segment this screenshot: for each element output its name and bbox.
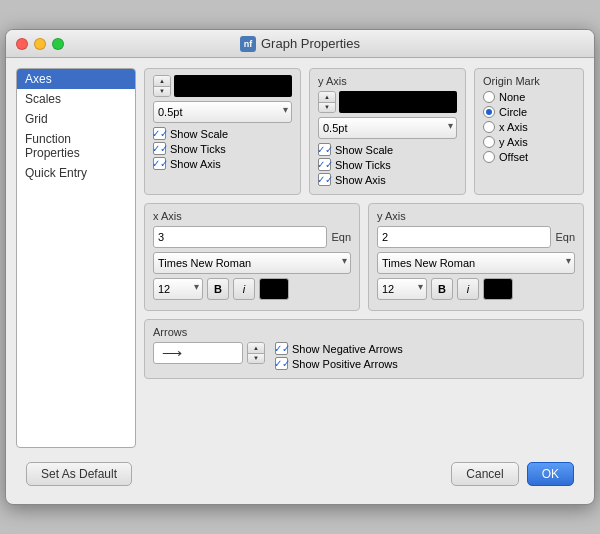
- y-axis-font-dropdown[interactable]: Times New Roman: [377, 252, 575, 274]
- x-axis-show-scale-label: Show Scale: [170, 128, 228, 140]
- x-axis-value-input[interactable]: [153, 226, 327, 248]
- sidebar-item-grid[interactable]: Grid: [17, 109, 135, 129]
- set-as-default-button[interactable]: Set As Default: [26, 462, 132, 486]
- y-axis-line-preview: [339, 91, 457, 113]
- arrow-stepper[interactable]: ▲ ▼: [247, 342, 265, 364]
- sidebar: Axes Scales Grid Function Properties Qui…: [16, 68, 136, 448]
- y-axis-show-ticks-row: ✓ Show Ticks: [318, 158, 457, 171]
- sidebar-item-quick-entry[interactable]: Quick Entry: [17, 163, 135, 183]
- sidebar-item-scales[interactable]: Scales: [17, 89, 135, 109]
- y-axis-show-axis-checkbox[interactable]: ✓: [318, 173, 331, 186]
- x-axis-show-scale-row: ✓ Show Scale: [153, 127, 292, 140]
- x-axis-show-axis-row: ✓ Show Axis: [153, 157, 292, 170]
- x-axis-show-ticks-checkbox[interactable]: ✓: [153, 142, 166, 155]
- main-area: Axes Scales Grid Function Properties Qui…: [16, 68, 584, 448]
- ok-button[interactable]: OK: [527, 462, 574, 486]
- origin-xaxis-label: x Axis: [499, 121, 528, 133]
- y-axis-font-style-row: 12 B i: [377, 278, 575, 300]
- y-axis-bold-button[interactable]: B: [431, 278, 453, 300]
- x-axis-show-scale-checkbox[interactable]: ✓: [153, 127, 166, 140]
- y-axis-show-axis-row: ✓ Show Axis: [318, 173, 457, 186]
- x-axis-stepper[interactable]: ▲ ▼: [153, 75, 171, 97]
- show-positive-arrows-checkbox[interactable]: ✓: [275, 357, 288, 370]
- arrows-checkboxes: ✓ Show Negative Arrows ✓ Show Positive A…: [275, 342, 403, 372]
- show-negative-arrows-checkbox[interactable]: ✓: [275, 342, 288, 355]
- x-axis-stepper-up[interactable]: ▲: [154, 76, 170, 87]
- sidebar-item-function-properties[interactable]: Function Properties: [17, 129, 135, 163]
- show-negative-arrows-row: ✓ Show Negative Arrows: [275, 342, 403, 355]
- x-axis-color-swatch[interactable]: [259, 278, 289, 300]
- y-axis-size-select: 0.5pt: [318, 117, 457, 139]
- show-positive-arrows-label: Show Positive Arrows: [292, 358, 398, 370]
- maximize-button[interactable]: [52, 38, 64, 50]
- y-axis-show-scale-checkbox[interactable]: ✓: [318, 143, 331, 156]
- x-axis-font-dropdown[interactable]: Times New Roman: [153, 252, 351, 274]
- x-axis-size-select: 0.5pt: [153, 101, 292, 123]
- y-axis-stepper-up[interactable]: ▲: [319, 92, 335, 103]
- y-axis-section: y Axis ▲ ▼ 0.5pt: [309, 68, 466, 195]
- arrow-stepper-down[interactable]: ▼: [248, 354, 264, 364]
- x-axis-font-style-row: 12 B i: [153, 278, 351, 300]
- origin-yaxis-radio[interactable]: [483, 136, 495, 148]
- origin-none-radio[interactable]: [483, 91, 495, 103]
- y-axis-font-size-dropdown[interactable]: 12: [377, 278, 427, 300]
- y-axis-show-axis-label: Show Axis: [335, 174, 386, 186]
- x-axis-show-ticks-label: Show Ticks: [170, 143, 226, 155]
- y-axis-show-scale-label: Show Scale: [335, 144, 393, 156]
- traffic-lights: [16, 38, 64, 50]
- y-axis-show-ticks-checkbox[interactable]: ✓: [318, 158, 331, 171]
- y-axis-font-box: y Axis Eqn Times New Roman: [368, 203, 584, 311]
- close-button[interactable]: [16, 38, 28, 50]
- x-axis-size-dropdown[interactable]: 0.5pt: [153, 101, 292, 123]
- x-axis-show-axis-checkbox[interactable]: ✓: [153, 157, 166, 170]
- origin-xaxis-radio[interactable]: [483, 121, 495, 133]
- origin-offset-radio[interactable]: [483, 151, 495, 163]
- x-axis-eqn-row: Eqn: [153, 226, 351, 248]
- origin-yaxis-row: y Axis: [483, 136, 575, 148]
- y-axis-size-dropdown[interactable]: 0.5pt: [318, 117, 457, 139]
- axis-font-section: x Axis Eqn Times New Roman: [144, 203, 584, 311]
- y-axis-value-input[interactable]: [377, 226, 551, 248]
- arrows-section: Arrows ⟶ ▲ ▼ ✓ Show Negativ: [144, 319, 584, 379]
- x-axis-stepper-group: ▲ ▼: [153, 75, 292, 97]
- y-axis-show-ticks-label: Show Ticks: [335, 159, 391, 171]
- x-axis-line-preview: [174, 75, 292, 97]
- y-axis-color-swatch[interactable]: [483, 278, 513, 300]
- x-axis-font-size-dropdown[interactable]: 12: [153, 278, 203, 300]
- x-axis-stepper-down[interactable]: ▼: [154, 87, 170, 97]
- origin-offset-row: Offset: [483, 151, 575, 163]
- x-axis-section: ▲ ▼ 0.5pt: [144, 68, 301, 195]
- sidebar-item-axes[interactable]: Axes: [17, 69, 135, 89]
- x-axis-bold-button[interactable]: B: [207, 278, 229, 300]
- origin-circle-label: Circle: [499, 106, 527, 118]
- graph-properties-window: nf Graph Properties Axes Scales Grid Fun…: [5, 29, 595, 505]
- show-negative-arrows-label: Show Negative Arrows: [292, 343, 403, 355]
- arrow-stepper-up[interactable]: ▲: [248, 343, 264, 354]
- arrows-label: Arrows: [153, 326, 575, 338]
- y-axis-stepper-down[interactable]: ▼: [319, 103, 335, 113]
- window-title: nf Graph Properties: [240, 36, 360, 52]
- origin-mark-label: Origin Mark: [483, 75, 575, 87]
- origin-offset-label: Offset: [499, 151, 528, 163]
- origin-none-row: None: [483, 91, 575, 103]
- origin-circle-radio[interactable]: [483, 106, 495, 118]
- upper-section: ▲ ▼ 0.5pt: [144, 68, 584, 195]
- y-axis-show-scale-row: ✓ Show Scale: [318, 143, 457, 156]
- y-axis-eqn-label: Eqn: [555, 231, 575, 243]
- origin-none-label: None: [499, 91, 525, 103]
- origin-yaxis-label: y Axis: [499, 136, 528, 148]
- y-axis-italic-button[interactable]: i: [457, 278, 479, 300]
- y-axis-top-label: y Axis: [318, 75, 457, 87]
- minimize-button[interactable]: [34, 38, 46, 50]
- y-axis-eqn-row: Eqn: [377, 226, 575, 248]
- app-icon: nf: [240, 36, 256, 52]
- x-axis-show-ticks-row: ✓ Show Ticks: [153, 142, 292, 155]
- origin-mark-section: Origin Mark None Circle x Axis: [474, 68, 584, 195]
- y-axis-stepper[interactable]: ▲ ▼: [318, 91, 336, 113]
- titlebar: nf Graph Properties: [6, 30, 594, 58]
- show-positive-arrows-row: ✓ Show Positive Arrows: [275, 357, 403, 370]
- arrow-preview: ⟶: [153, 342, 243, 364]
- footer-btn-group: Cancel OK: [451, 462, 574, 486]
- cancel-button[interactable]: Cancel: [451, 462, 518, 486]
- x-axis-italic-button[interactable]: i: [233, 278, 255, 300]
